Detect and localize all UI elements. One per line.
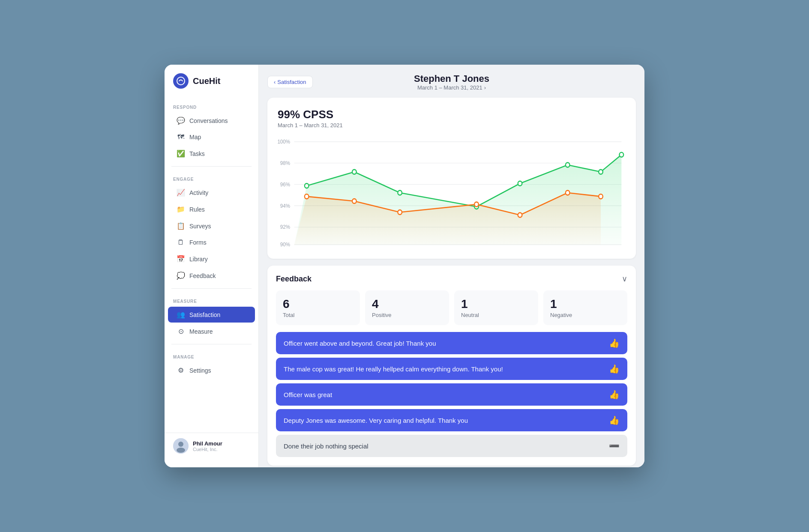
chart-area: 100% 98% 96% 94% 92% 90% [278,137,626,248]
header-title: Stephen T Jones March 1 – March 31, 2021… [414,73,489,91]
feedback-item-text: Deputy Jones was awesome. Very caring an… [284,417,604,424]
svg-point-20 [398,191,402,195]
feedback-item[interactable]: Deputy Jones was awesome. Very caring an… [276,409,627,431]
svg-point-30 [518,213,522,218]
divider [171,166,252,167]
activity-icon: 📈 [177,188,185,197]
stat-negative-number: 1 [550,297,620,311]
feedback-item[interactable]: Done their job nothing special ➖ [276,435,627,457]
measure-icon: ⊙ [177,327,185,335]
svg-point-27 [352,199,357,203]
feedback-item[interactable]: Officer went above and beyond. Great job… [276,332,627,354]
feedback-item-text: The male cop was great! He really hellpe… [284,365,604,373]
stat-positive-label: Positive [372,312,442,318]
svg-point-31 [566,191,570,195]
sidebar-item-measure[interactable]: ⊙ Measure [168,323,255,339]
chevron-right-icon: › [484,84,486,91]
logo-text: CueHit [193,76,220,86]
svg-point-23 [566,163,570,167]
top-header: ‹ Satisfaction Stephen T Jones March 1 –… [267,73,636,91]
chart-card: 99% CPSS March 1 – March 31, 2021 100% 9… [267,98,636,259]
page-title: Stephen T Jones [414,73,489,84]
chart-date: March 1 – March 31, 2021 [278,122,626,129]
svg-point-32 [599,194,603,199]
sidebar-item-forms[interactable]: 🗒 Forms [168,235,255,250]
section-engage: ENGAGE [165,171,258,184]
divider [171,288,252,289]
sidebar-item-satisfaction[interactable]: 👥 Satisfaction [168,307,255,323]
surveys-icon: 📋 [177,222,185,230]
sidebar-item-surveys[interactable]: 📋 Surveys [168,218,255,234]
cpss-title: 99% CPSS [278,108,626,121]
feedback-items: Officer went above and beyond. Great job… [276,332,627,457]
stat-positive: 4 Positive [365,290,449,325]
chevron-down-icon[interactable]: ∨ [622,274,627,284]
sidebar-item-label: Measure [189,328,213,335]
feedback-item-text: Officer was great [284,391,604,398]
logo: CueHit [165,73,258,99]
forms-icon: 🗒 [177,239,185,246]
avatar [173,438,189,454]
section-respond: RESPOND [165,99,258,112]
sidebar-item-map[interactable]: 🗺 Map [168,129,255,145]
feedback-item[interactable]: The male cop was great! He really hellpe… [276,358,627,380]
sidebar-item-label: Activity [189,189,208,196]
sidebar-item-feedback[interactable]: 💭 Feedback [168,268,255,284]
sidebar-item-label: Settings [189,367,211,374]
date-range-text: March 1 – March 31, 2021 [417,84,482,91]
sidebar-item-tasks[interactable]: ✅ Tasks [168,146,255,161]
feedback-title: Feedback [276,275,312,284]
minus-icon: ➖ [609,441,620,451]
chevron-left-icon: ‹ [274,79,276,85]
sidebar-item-label: Map [189,134,201,140]
user-name: Phil Amour [193,440,222,447]
sidebar-item-conversations[interactable]: 💬 Conversations [168,113,255,129]
back-button[interactable]: ‹ Satisfaction [267,76,313,88]
stat-negative: 1 Negative [543,290,627,325]
sidebar-item-label: Forms [189,239,207,246]
stat-total: 6 Total [276,290,360,325]
svg-point-18 [305,183,309,188]
sidebar-item-label: Library [189,256,208,263]
divider [171,344,252,344]
tasks-icon: ✅ [177,149,185,158]
sidebar-item-activity[interactable]: 📈 Activity [168,185,255,200]
stat-positive-number: 4 [372,297,442,311]
rules-icon: 📁 [177,205,185,213]
svg-point-29 [474,202,479,207]
stat-total-label: Total [283,312,353,318]
thumbs-up-icon: 👍 [609,415,620,425]
svg-point-28 [398,210,402,215]
sidebar-item-label: Feedback [189,272,216,279]
svg-point-19 [352,170,357,174]
date-range: March 1 – March 31, 2021 › [414,84,489,91]
sidebar-item-library[interactable]: 📅 Library [168,251,255,267]
library-icon: 📅 [177,255,185,263]
sidebar-item-settings[interactable]: ⚙ Settings [168,362,255,378]
stat-neutral-number: 1 [461,297,531,311]
feedback-header: Feedback ∨ [276,274,627,284]
section-manage: MANAGE [165,349,258,362]
sidebar-bottom: Phil Amour CueHit, Inc. [165,433,258,459]
stat-negative-label: Negative [550,312,620,318]
satisfaction-icon: 👥 [177,311,185,319]
feedback-item-text: Officer went above and beyond. Great job… [284,340,604,347]
thumbs-up-icon: 👍 [609,364,620,374]
svg-text:96%: 96% [280,181,290,188]
feedback-item-text: Done their job nothing special [284,442,604,450]
feedback-stats: 6 Total 4 Positive 1 Neutral 1 Negative [276,290,627,325]
feedback-item[interactable]: Officer was great 👍 [276,383,627,406]
svg-text:94%: 94% [280,203,290,209]
svg-point-22 [518,181,522,186]
sidebar-item-label: Rules [189,206,205,213]
feedback-section: Feedback ∨ 6 Total 4 Positive 1 Neutral … [267,266,636,466]
user-profile[interactable]: Phil Amour CueHit, Inc. [165,433,258,459]
svg-text:92%: 92% [280,224,290,230]
svg-marker-17 [294,193,601,245]
sidebar-item-label: Surveys [189,223,211,230]
logo-icon [173,73,189,89]
stat-neutral: 1 Neutral [454,290,538,325]
sidebar: CueHit RESPOND 💬 Conversations 🗺 Map ✅ T… [165,65,259,467]
sidebar-item-rules[interactable]: 📁 Rules [168,201,255,217]
svg-text:100%: 100% [278,139,290,145]
